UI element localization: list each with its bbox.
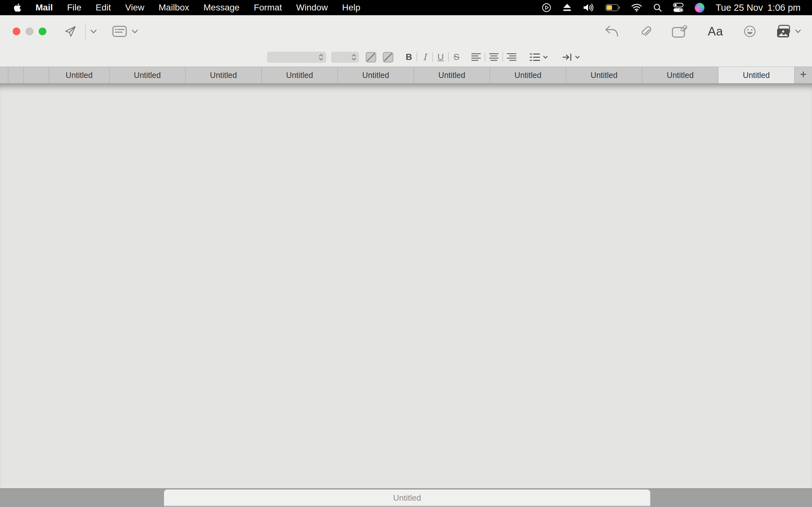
background-color-well[interactable]: [383, 52, 393, 62]
indent-icon: [562, 53, 572, 61]
emoji-button[interactable]: [744, 25, 756, 38]
align-center-icon: [489, 53, 499, 61]
tab-untitled[interactable]: Untitled: [338, 67, 414, 83]
battery-icon[interactable]: [606, 4, 620, 11]
chevron-down-icon: [575, 55, 580, 59]
menu-bar-clock[interactable]: Tue 25 Nov 1:06 pm: [716, 3, 801, 13]
control-center-icon[interactable]: [673, 3, 683, 12]
menu-mailbox[interactable]: Mailbox: [159, 3, 189, 13]
no-color-diagonal-icon: [384, 53, 393, 62]
italic-button[interactable]: I: [420, 52, 429, 62]
tab-untitled[interactable]: Untitled: [414, 67, 490, 83]
header-fields-button[interactable]: [112, 25, 127, 38]
toolbar-divider: [85, 23, 86, 39]
toolbar-left-group: [46, 23, 138, 39]
menu-message[interactable]: Message: [204, 3, 240, 13]
minimize-button[interactable]: [26, 27, 33, 35]
markup-icon: [672, 25, 688, 38]
text-style-group: B I U S: [405, 52, 461, 62]
background-window-titlebar[interactable]: Untitled: [164, 490, 650, 507]
compose-body[interactable]: [0, 83, 812, 489]
chevron-down-icon: [131, 29, 138, 34]
spotlight-search-icon[interactable]: [653, 3, 662, 12]
chevron-down-icon: [795, 29, 801, 34]
tab-untitled[interactable]: Untitled: [490, 67, 566, 83]
tab-collapsed[interactable]: [8, 67, 24, 83]
send-button[interactable]: [64, 25, 77, 38]
menu-bar-date: Tue 25 Nov: [716, 3, 763, 13]
list-style-control: [530, 53, 548, 61]
app-menu-title[interactable]: Mail: [36, 3, 53, 13]
tab-untitled[interactable]: Untitled: [262, 67, 338, 83]
tab-untitled[interactable]: Untitled: [566, 67, 642, 83]
toolbar-right-group: Aa: [605, 25, 812, 38]
wifi-icon[interactable]: [631, 3, 642, 12]
underline-button[interactable]: U: [437, 52, 445, 62]
now-playing-icon[interactable]: [542, 3, 551, 12]
menu-items: FileEditViewMailboxMessageFormatWindowHe…: [53, 3, 360, 13]
indent-options-chevron[interactable]: [575, 55, 580, 59]
volume-icon[interactable]: [583, 3, 595, 12]
font-size-select[interactable]: [331, 52, 359, 63]
tab-strip: UntitledUntitledUntitledUntitledUntitled…: [0, 67, 795, 83]
tab-untitled-active[interactable]: Untitled: [718, 67, 795, 83]
text-color-well[interactable]: [366, 52, 376, 62]
undo-button[interactable]: [605, 25, 618, 38]
send-icon: [64, 25, 77, 38]
bullet-list-button[interactable]: [530, 53, 540, 61]
menu-bar-status-area: Tue 25 Nov 1:06 pm: [542, 3, 812, 13]
tab-untitled[interactable]: Untitled: [49, 67, 109, 83]
send-options-chevron[interactable]: [90, 29, 97, 34]
list-options-chevron[interactable]: [543, 55, 548, 59]
compose-toolbar: Aa: [0, 15, 812, 48]
tab-collapsed[interactable]: [24, 67, 49, 83]
menu-file[interactable]: File: [67, 3, 81, 13]
background-window-title: Untitled: [393, 493, 421, 503]
markup-button[interactable]: [672, 25, 688, 38]
emoji-icon: [744, 25, 756, 38]
tab-untitled[interactable]: Untitled: [109, 67, 186, 83]
eject-icon[interactable]: [562, 3, 572, 12]
style-divider: [448, 52, 449, 62]
header-fields-icon: [112, 25, 127, 38]
font-family-select[interactable]: [267, 52, 326, 63]
attach-icon: [639, 25, 652, 38]
chevron-down-icon: [90, 29, 97, 34]
siri-icon[interactable]: [695, 3, 705, 13]
close-button[interactable]: [13, 27, 20, 35]
format-button[interactable]: Aa: [708, 25, 723, 38]
menu-window[interactable]: Window: [296, 3, 328, 13]
style-divider: [416, 52, 417, 62]
indent-button[interactable]: [562, 53, 572, 61]
desktop-background: Untitled: [0, 489, 812, 507]
tab-untitled[interactable]: Untitled: [186, 67, 262, 83]
new-tab-button[interactable]: +: [795, 67, 812, 83]
bold-button[interactable]: B: [405, 52, 413, 62]
photo-browser-button[interactable]: [776, 25, 792, 38]
apple-logo-icon: [13, 3, 21, 12]
screen: Mail FileEditViewMailboxMessageFormatWin…: [0, 0, 812, 507]
bullet-list-icon: [530, 53, 540, 61]
zoom-button[interactable]: [39, 27, 46, 35]
align-right-button[interactable]: [507, 53, 516, 61]
menu-edit[interactable]: Edit: [96, 3, 111, 13]
align-center-button[interactable]: [489, 53, 499, 61]
tab-untitled[interactable]: Untitled: [642, 67, 718, 83]
apple-menu[interactable]: [13, 3, 21, 12]
traffic-lights: [13, 27, 46, 35]
align-right-icon: [507, 53, 516, 61]
attach-button[interactable]: [639, 25, 652, 38]
format-bar: B I U S: [0, 48, 812, 66]
menu-format[interactable]: Format: [254, 3, 282, 13]
compose-window: Aa: [0, 15, 812, 489]
strikethrough-button[interactable]: S: [452, 52, 461, 62]
align-left-button[interactable]: [471, 53, 481, 61]
align-left-icon: [471, 53, 481, 61]
header-fields-chevron[interactable]: [131, 29, 138, 34]
menu-view[interactable]: View: [125, 3, 144, 13]
alignment-group: [471, 52, 516, 62]
tab-collapsed[interactable]: [0, 67, 8, 83]
photo-browser-chevron[interactable]: [795, 29, 801, 34]
menu-help[interactable]: Help: [342, 3, 360, 13]
stepper-icon: [351, 54, 357, 61]
